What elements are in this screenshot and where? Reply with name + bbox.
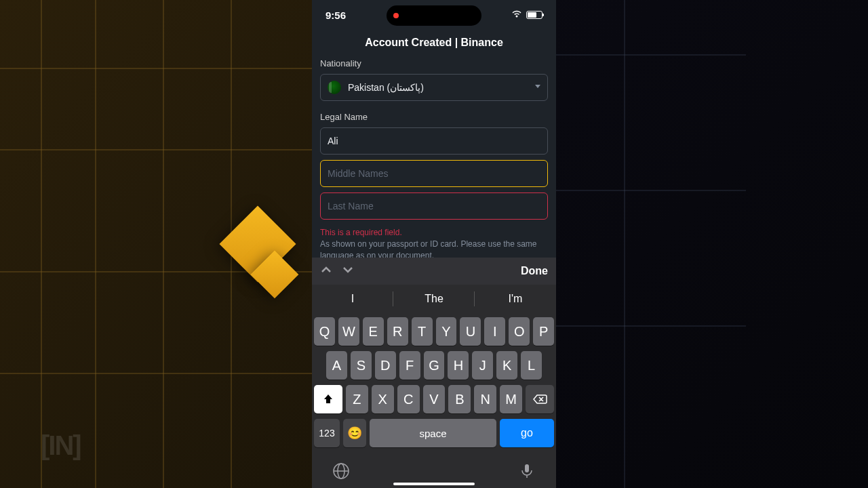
status-time: 9:56 <box>326 9 346 21</box>
home-indicator[interactable] <box>393 483 475 485</box>
globe-key[interactable] <box>332 462 350 483</box>
phone-frame: 9:56 Account Created | Binance Nationali… <box>312 0 556 488</box>
key-u[interactable]: U <box>460 317 481 346</box>
backspace-key[interactable] <box>526 385 554 413</box>
last-name-input[interactable] <box>320 192 548 220</box>
key-n[interactable]: N <box>474 385 496 413</box>
keyboard-done-button[interactable]: Done <box>521 265 548 277</box>
nationality-value: Pakistan (پاکستان) <box>348 82 424 93</box>
nationality-select[interactable]: Pakistan (پاکستان) <box>320 74 548 101</box>
key-b[interactable]: B <box>448 385 471 413</box>
recording-indicator-icon <box>393 13 399 18</box>
wifi-icon <box>511 9 522 20</box>
keyboard-row-3: Z X C V B N M <box>314 385 554 413</box>
error-message: This is a required field. <box>320 228 548 237</box>
suggestion-3[interactable]: I'm <box>475 285 556 313</box>
key-y[interactable]: Y <box>436 317 457 346</box>
keyboard-row-2: A S D F G H J K L <box>314 351 554 380</box>
watermark: [IN] <box>41 430 81 461</box>
key-j[interactable]: J <box>472 351 493 380</box>
mic-key[interactable] <box>518 462 536 483</box>
next-field-button[interactable] <box>342 264 354 279</box>
shift-key[interactable] <box>314 385 342 413</box>
prev-field-button[interactable] <box>320 264 332 279</box>
key-k[interactable]: K <box>496 351 517 380</box>
key-e[interactable]: E <box>363 317 384 346</box>
key-m[interactable]: M <box>500 385 522 413</box>
keyboard-row-1: Q W E R T Y U I O P <box>314 317 554 346</box>
page-title: Account Created | Binance <box>312 30 556 58</box>
space-key[interactable]: space <box>370 419 496 447</box>
keyboard-suggestions: I The I'm <box>312 285 556 313</box>
go-key[interactable]: go <box>500 419 554 447</box>
first-name-input[interactable] <box>320 127 548 155</box>
key-x[interactable]: X <box>372 385 394 413</box>
key-q[interactable]: Q <box>314 317 335 346</box>
status-bar: 9:56 <box>312 0 556 30</box>
key-t[interactable]: T <box>412 317 433 346</box>
key-c[interactable]: C <box>397 385 420 413</box>
key-f[interactable]: F <box>399 351 420 380</box>
emoji-key[interactable]: 😊 <box>343 419 366 447</box>
numeric-key[interactable]: 123 <box>314 419 340 447</box>
key-d[interactable]: D <box>375 351 396 380</box>
battery-icon <box>526 11 542 19</box>
key-h[interactable]: H <box>448 351 469 380</box>
key-l[interactable]: L <box>521 351 542 380</box>
key-r[interactable]: R <box>387 317 408 346</box>
nationality-label: Nationality <box>320 58 548 68</box>
key-w[interactable]: W <box>338 317 359 346</box>
key-o[interactable]: O <box>509 317 530 346</box>
flag-icon <box>328 81 341 94</box>
keyboard-accessory: Done <box>312 258 556 285</box>
key-z[interactable]: Z <box>346 385 368 413</box>
keyboard-row-4: 123 😊 space go <box>314 419 554 447</box>
key-p[interactable]: P <box>533 317 554 346</box>
notch <box>387 5 481 26</box>
key-a[interactable]: A <box>326 351 347 380</box>
key-i[interactable]: I <box>484 317 505 346</box>
chevron-down-icon <box>535 85 540 88</box>
key-s[interactable]: S <box>351 351 372 380</box>
legal-name-label: Legal Name <box>320 112 548 122</box>
keyboard: Done I The I'm Q W E R T Y U I O P A S <box>312 258 556 488</box>
suggestion-2[interactable]: The <box>393 285 475 313</box>
key-v[interactable]: V <box>423 385 446 413</box>
svg-rect-3 <box>525 464 529 472</box>
key-g[interactable]: G <box>424 351 445 380</box>
suggestion-1[interactable]: I <box>312 285 393 313</box>
middle-name-input[interactable] <box>320 160 548 187</box>
